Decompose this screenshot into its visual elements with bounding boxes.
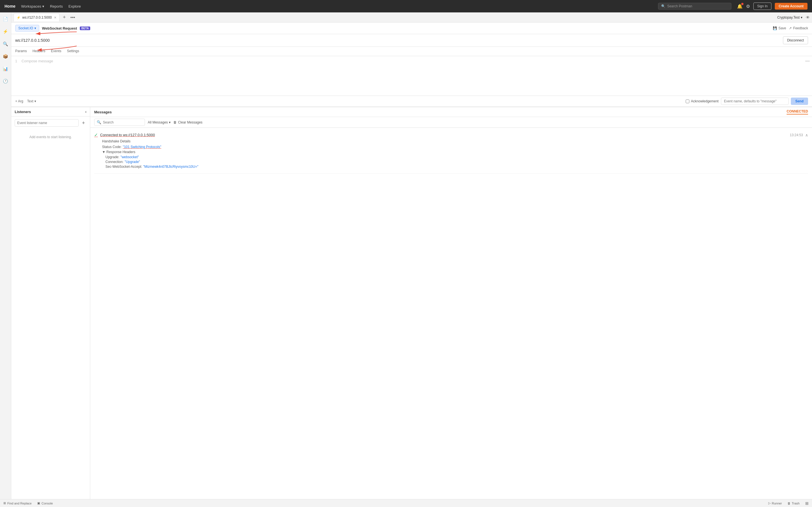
eye-icon[interactable]: 👁 bbox=[806, 15, 810, 20]
add-events-hint: Add events to start listening. bbox=[11, 129, 90, 145]
sidebar-icon-history[interactable]: 🕐 bbox=[2, 77, 10, 85]
status-code-row: Status Code: "101 Switching Protocols" bbox=[102, 145, 808, 149]
request-area: Socket.IO ▾ WebSocket Request BETA 💾 Sav… bbox=[11, 22, 812, 499]
clear-messages-button[interactable]: 🗑 Clear Messages bbox=[173, 120, 202, 124]
listeners-header: Listeners ‹ bbox=[11, 107, 90, 116]
request-header: Socket.IO ▾ WebSocket Request BETA 💾 Sav… bbox=[11, 22, 812, 34]
top-nav: Home Workspaces ▾ Reports Explore 🔍 Sear… bbox=[0, 0, 812, 12]
listeners-title: Listeners bbox=[15, 110, 31, 114]
check-icon: ✓ bbox=[94, 132, 98, 137]
more-tabs-button[interactable]: ••• bbox=[69, 14, 76, 21]
nav-explore[interactable]: Explore bbox=[68, 4, 81, 8]
messages-content: ✓ Connected to ws://127.0.0.1:5000 13:24… bbox=[90, 128, 812, 499]
save-icon: 💾 bbox=[773, 26, 777, 30]
request-tabs: Params Headers Events Settings bbox=[11, 47, 812, 56]
search-icon: 🔍 bbox=[661, 4, 665, 8]
send-button[interactable]: Send bbox=[791, 98, 808, 105]
settings-icon[interactable]: ⚙ bbox=[746, 4, 750, 9]
active-tab[interactable]: ⚡ ws://127.0.0.1:5000 × bbox=[13, 13, 59, 21]
workspace-selector[interactable]: Cryptopay.Test ▾ bbox=[775, 15, 805, 19]
workspace-chevron-icon: ▾ bbox=[801, 15, 802, 19]
url-input[interactable] bbox=[15, 38, 780, 43]
signin-button[interactable]: Sign In bbox=[753, 3, 771, 10]
nav-home[interactable]: Home bbox=[4, 4, 15, 8]
acknowledgement-label: Acknowledgement bbox=[686, 99, 719, 103]
tab-headers[interactable]: Headers bbox=[33, 47, 45, 56]
collapse-listeners-button[interactable]: ‹ bbox=[85, 109, 86, 114]
expand-message-button[interactable]: ∧ bbox=[805, 133, 808, 137]
listeners-panel: Listeners ‹ + Add events to start listen… bbox=[11, 107, 90, 499]
add-listener-button[interactable]: + bbox=[80, 120, 86, 126]
event-name-input[interactable] bbox=[721, 98, 789, 105]
trash-msg-icon: 🗑 bbox=[173, 120, 177, 124]
listener-input-row: + bbox=[11, 116, 90, 129]
tab-label: ws://127.0.0.1:5000 bbox=[22, 15, 52, 19]
all-messages-button[interactable]: All Messages ▾ bbox=[148, 120, 171, 124]
notification-icon[interactable]: 🔔 bbox=[737, 4, 743, 9]
header-row-connection: Connection: "Upgrade" bbox=[106, 160, 808, 164]
message-row: ✓ Connected to ws://127.0.0.1:5000 13:24… bbox=[94, 132, 808, 137]
nav-workspaces[interactable]: Workspaces ▾ bbox=[21, 4, 44, 8]
header-row-sec-websocket: Sec-WebSocket-Accept: "Mizmewk4n07BJtcRi… bbox=[106, 165, 808, 169]
runner-icon: ▷ bbox=[768, 501, 770, 505]
tab-events[interactable]: Events bbox=[51, 47, 61, 56]
tab-settings[interactable]: Settings bbox=[67, 47, 79, 56]
messages-panel: Messages CONNECTED 🔍 All Messages ▾ bbox=[90, 107, 812, 499]
sidebar-icon-new[interactable]: 📄 bbox=[2, 15, 10, 23]
disconnect-button[interactable]: Disconnect bbox=[783, 36, 808, 44]
collapse-icon[interactable]: — bbox=[805, 58, 810, 63]
message-item: ✓ Connected to ws://127.0.0.1:5000 13:24… bbox=[94, 130, 808, 174]
create-account-button[interactable]: Create Account bbox=[775, 3, 808, 10]
trash-button[interactable]: 🗑 Trash bbox=[788, 502, 800, 505]
sidebar-icon-mock[interactable]: 📦 bbox=[2, 52, 10, 60]
acknowledgement-checkbox[interactable] bbox=[686, 100, 689, 103]
layout-button[interactable]: ⊞ bbox=[805, 501, 809, 506]
beta-badge: BETA bbox=[80, 26, 90, 30]
messages-title: Messages bbox=[94, 110, 112, 114]
tab-close-button[interactable]: × bbox=[54, 15, 56, 20]
console-icon: ▣ bbox=[37, 501, 40, 505]
trash-status-icon: 🗑 bbox=[788, 502, 791, 505]
listener-input[interactable] bbox=[15, 119, 79, 127]
messages-toolbar: 🔍 All Messages ▾ 🗑 Clear Messages bbox=[90, 117, 812, 128]
console-button[interactable]: ▣ Console bbox=[37, 501, 53, 505]
arg-button[interactable]: + Arg bbox=[15, 99, 23, 103]
feedback-button[interactable]: ↗ Feedback bbox=[789, 26, 808, 30]
save-button[interactable]: 💾 Save bbox=[773, 26, 786, 30]
all-messages-chevron-icon: ▾ bbox=[169, 120, 171, 124]
handshake-section: Handshake Details Status Code: "101 Swit… bbox=[94, 137, 808, 171]
line-number: 1 bbox=[15, 59, 17, 63]
search-placeholder: Search Postman bbox=[667, 4, 692, 8]
sidebar-icon-monitor[interactable]: 📊 bbox=[2, 65, 10, 73]
header-row-upgrade: Upgrade: "websocket" bbox=[106, 155, 808, 159]
bottom-panel: Listeners ‹ + Add events to start listen… bbox=[11, 107, 812, 499]
tab-bar: ⚡ ws://127.0.0.1:5000 × + ••• Cryptopay.… bbox=[11, 12, 812, 22]
socket-type-label: Socket.IO bbox=[18, 26, 33, 30]
new-tab-button[interactable]: + bbox=[61, 14, 68, 21]
find-replace-button[interactable]: ⊞ Find and Replace bbox=[3, 501, 32, 505]
url-bar: Disconnect bbox=[11, 34, 812, 47]
search-bar[interactable]: 🔍 Search Postman bbox=[658, 3, 731, 10]
response-headers-toggle[interactable]: ▼ Response Headers bbox=[102, 150, 808, 154]
nav-icons: 🔔 ⚙ Sign In Create Account bbox=[737, 3, 808, 10]
sidebar-icon-environments[interactable]: 🔍 bbox=[2, 40, 10, 48]
text-button[interactable]: Text ▾ bbox=[25, 98, 38, 104]
runner-button[interactable]: ▷ Runner bbox=[768, 501, 782, 505]
search-msg-input[interactable] bbox=[103, 120, 137, 124]
compose-editor[interactable]: 1 Compose message — bbox=[11, 56, 812, 96]
connected-text: Connected to ws://127.0.0.1:5000 bbox=[100, 133, 155, 137]
feedback-icon: ↗ bbox=[789, 26, 792, 30]
sidebar-icon-collections[interactable]: ⚡ bbox=[2, 27, 10, 36]
workspace-name: Cryptopay.Test bbox=[777, 15, 800, 19]
request-type-label: WebSocket Request bbox=[42, 26, 77, 31]
message-search[interactable]: 🔍 bbox=[94, 119, 145, 126]
text-chevron-icon: ▾ bbox=[35, 99, 36, 103]
sidebar-icons: 📄 ⚡ 🔍 📦 📊 🕐 bbox=[0, 12, 11, 499]
socket-type-button[interactable]: Socket.IO ▾ bbox=[15, 25, 39, 32]
status-code-value: "101 Switching Protocols" bbox=[123, 145, 161, 149]
tab-icon: ⚡ bbox=[17, 16, 20, 19]
nav-reports[interactable]: Reports bbox=[50, 4, 63, 8]
compose-placeholder: Compose message bbox=[21, 59, 53, 63]
content-area: ⚡ ws://127.0.0.1:5000 × + ••• Cryptopay.… bbox=[11, 12, 812, 499]
tab-params[interactable]: Params bbox=[15, 47, 27, 56]
